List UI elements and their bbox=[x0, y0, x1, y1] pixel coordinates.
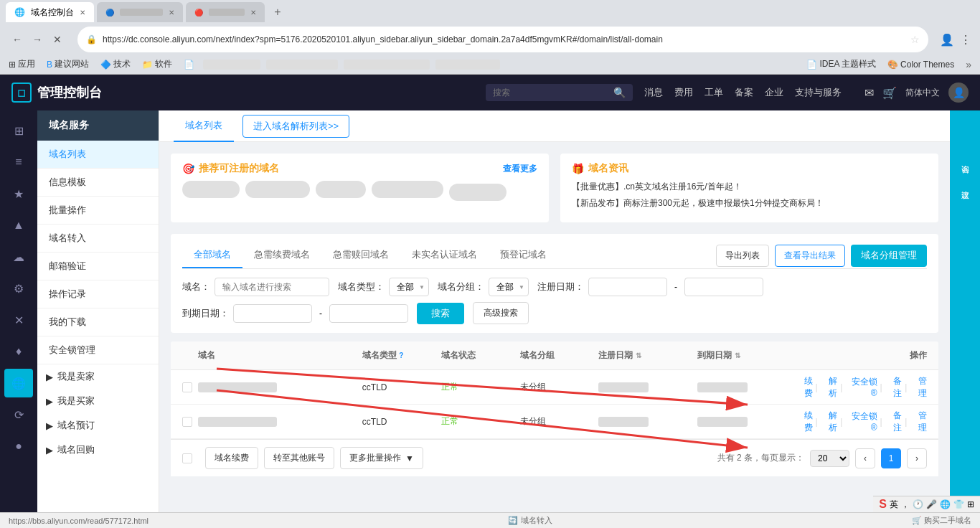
menu-item-email-verify[interactable]: 邮箱验证 bbox=[37, 253, 159, 280]
menu-item-my-downloads[interactable]: 我的下载 bbox=[37, 308, 159, 336]
bookmark-file[interactable]: 📄 bbox=[181, 58, 197, 71]
back-button[interactable]: ← bbox=[9, 31, 26, 48]
menu-item-preorder[interactable]: ▶ 域名预订 bbox=[37, 413, 159, 438]
domain-tab-redeem[interactable]: 急需赎回域名 bbox=[321, 242, 400, 268]
toolbar-grid[interactable]: ⊞ bbox=[967, 499, 974, 509]
expire-date-end[interactable] bbox=[329, 304, 408, 323]
ops-note-2[interactable]: 备注 bbox=[885, 410, 903, 434]
per-page-select[interactable]: 20 50 100 bbox=[810, 450, 849, 467]
message-icon[interactable]: ✉ bbox=[864, 86, 874, 100]
star-icon[interactable]: ☆ bbox=[910, 34, 920, 45]
right-panel-suggest[interactable]: 建议 bbox=[957, 179, 974, 190]
ops-lock-2[interactable]: 安全锁® bbox=[845, 410, 877, 433]
profile-icon[interactable]: 👤 bbox=[940, 33, 954, 47]
bookmark-suggestions[interactable]: B 建议网站 bbox=[44, 57, 92, 72]
group-select[interactable]: 全部 bbox=[489, 278, 529, 296]
ops-dns-1[interactable]: 解析 bbox=[821, 375, 838, 400]
menu-item-domain-list[interactable]: 域名列表 bbox=[37, 141, 159, 169]
domain-tab-all[interactable]: 全部域名 bbox=[182, 242, 242, 268]
bookmark-color-themes[interactable]: 🎨 Color Themes bbox=[885, 58, 957, 71]
type-select[interactable]: 全部 bbox=[389, 278, 429, 296]
bookmark-idea[interactable]: 📄 IDEA 主题样式 bbox=[804, 57, 879, 72]
bookmark-tech[interactable]: 🔷 技术 bbox=[98, 57, 133, 72]
nav-filing[interactable]: 备案 bbox=[735, 86, 753, 99]
tab-close-button[interactable]: ✕ bbox=[80, 9, 85, 16]
sidebar-diamond[interactable]: ♦ bbox=[4, 337, 33, 366]
row-checkbox-2[interactable] bbox=[182, 417, 192, 427]
sidebar-settings[interactable]: ⚙ bbox=[4, 274, 33, 303]
reg-sort-icon[interactable]: ⇅ bbox=[636, 352, 641, 359]
reg-date-end[interactable] bbox=[684, 278, 763, 296]
sidebar-refresh[interactable]: ⟳ bbox=[4, 400, 33, 429]
toolbar-icon-s[interactable]: S bbox=[879, 498, 887, 511]
select-all-checkbox[interactable] bbox=[182, 453, 192, 463]
nav-support[interactable]: 支持与服务 bbox=[795, 86, 842, 99]
domain-tab-renew[interactable]: 急需续费域名 bbox=[242, 242, 321, 268]
domain-search-input[interactable] bbox=[215, 278, 329, 296]
prev-page-button[interactable]: ‹ bbox=[855, 448, 875, 468]
bookmark-apps[interactable]: ⊞ 应用 bbox=[6, 57, 38, 72]
right-panel-consult[interactable]: 咨询 bbox=[957, 154, 974, 165]
export-list-button[interactable]: 导出列表 bbox=[716, 245, 769, 267]
search-icon[interactable]: 🔍 bbox=[613, 87, 626, 98]
bookmarks-more[interactable]: » bbox=[963, 59, 974, 70]
sidebar-grid[interactable]: ⊞ bbox=[4, 116, 33, 145]
export-result-button[interactable]: 查看导出结果 bbox=[775, 245, 845, 267]
tab-close-3[interactable]: ✕ bbox=[250, 9, 256, 16]
sidebar-star[interactable]: ★ bbox=[4, 179, 33, 208]
ops-note-1[interactable]: 备注 bbox=[885, 375, 903, 400]
expire-date-start[interactable] bbox=[233, 304, 312, 323]
sidebar-circle[interactable]: ● bbox=[4, 432, 33, 461]
menu-item-domain-transfer[interactable]: 域名转入 bbox=[37, 225, 159, 253]
reg-date-start[interactable] bbox=[588, 278, 667, 296]
group-manage-button[interactable]: 域名分组管理 bbox=[851, 245, 927, 267]
new-tab-button[interactable]: + bbox=[268, 2, 288, 22]
bookmark-software[interactable]: 📁 软件 bbox=[139, 57, 175, 72]
sidebar-close[interactable]: ✕ bbox=[4, 306, 33, 334]
active-tab[interactable]: 🌐 域名控制台 ✕ bbox=[6, 2, 94, 22]
sidebar-menu[interactable]: ≡ bbox=[4, 148, 33, 176]
ops-dns-2[interactable]: 解析 bbox=[821, 410, 838, 434]
sidebar-globe[interactable]: 🌐 bbox=[4, 369, 33, 397]
domain-tab-unverified[interactable]: 未实名认证域名 bbox=[400, 242, 489, 268]
lang-switch[interactable]: 简体中文 bbox=[905, 87, 940, 99]
inactive-tab-2[interactable]: 🔴 ✕ bbox=[186, 2, 265, 22]
reload-button[interactable]: ✕ bbox=[49, 31, 66, 48]
ops-manage-1[interactable]: 管理 bbox=[910, 375, 927, 400]
toolbar-clock[interactable]: 🕐 bbox=[913, 499, 923, 509]
menu-item-buyer[interactable]: ▶ 我是买家 bbox=[37, 389, 159, 413]
menu-item-info-template[interactable]: 信息模板 bbox=[37, 169, 159, 197]
header-search[interactable]: 🔍 bbox=[486, 84, 633, 101]
cart-icon[interactable]: 🛒 bbox=[882, 86, 897, 100]
exp-sort-icon[interactable]: ⇅ bbox=[735, 352, 740, 359]
nav-fees[interactable]: 费用 bbox=[674, 86, 693, 99]
ops-renew-1[interactable]: 续费 bbox=[796, 375, 813, 400]
header-search-input[interactable] bbox=[493, 88, 608, 98]
help-icon[interactable]: ? bbox=[399, 352, 403, 359]
menu-item-buyback[interactable]: ▶ 域名回购 bbox=[37, 438, 159, 462]
toolbar-globe2[interactable]: 🌐 bbox=[940, 499, 951, 509]
advanced-search-button[interactable]: 高级搜索 bbox=[473, 302, 529, 324]
menu-item-ops-log[interactable]: 操作记录 bbox=[37, 280, 159, 308]
nav-tickets[interactable]: 工单 bbox=[705, 86, 723, 99]
user-avatar[interactable]: 👤 bbox=[948, 82, 969, 103]
inactive-tab-1[interactable]: 🔵 ✕ bbox=[97, 2, 183, 22]
toolbar-mic[interactable]: 🎤 bbox=[926, 499, 937, 509]
nav-enterprise[interactable]: 企业 bbox=[765, 86, 783, 99]
row-checkbox-1[interactable] bbox=[182, 382, 192, 392]
forward-button[interactable]: → bbox=[29, 31, 46, 48]
tab-domain-list[interactable]: 域名列表 bbox=[174, 110, 234, 142]
sidebar-triangle[interactable]: ▲ bbox=[4, 211, 33, 240]
sidebar-cloud[interactable]: ☁ bbox=[4, 242, 33, 271]
batch-renew-button[interactable]: 域名续费 bbox=[205, 447, 258, 469]
menu-item-batch-ops[interactable]: 批量操作 bbox=[37, 197, 159, 225]
menu-item-seller[interactable]: ▶ 我是卖家 bbox=[37, 364, 159, 389]
tab-close-2[interactable]: ✕ bbox=[169, 9, 174, 16]
ops-manage-2[interactable]: 管理 bbox=[910, 410, 927, 434]
page-1-button[interactable]: 1 bbox=[881, 448, 901, 468]
menu-icon[interactable]: ⋮ bbox=[960, 33, 971, 47]
toolbar-tshirt[interactable]: 👕 bbox=[953, 499, 964, 509]
next-page-button[interactable]: › bbox=[907, 448, 927, 468]
domain-tab-preregister[interactable]: 预登记域名 bbox=[489, 242, 558, 268]
nav-messages[interactable]: 消息 bbox=[644, 86, 663, 99]
